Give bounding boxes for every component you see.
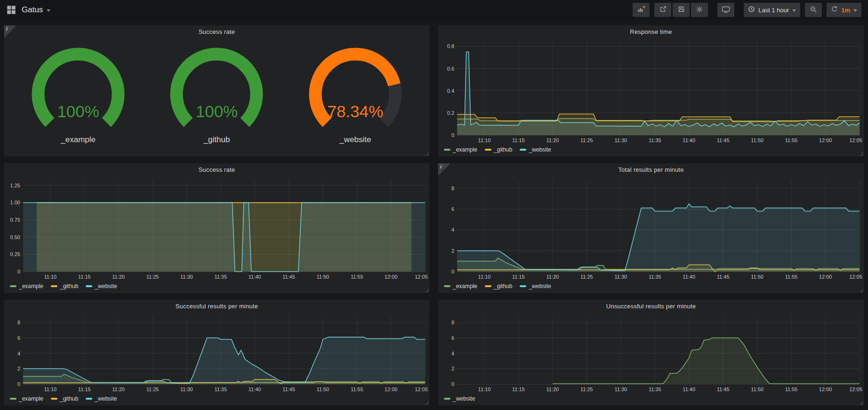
- save-button[interactable]: [673, 3, 690, 17]
- panel-resize-handle[interactable]: [425, 289, 428, 292]
- panel-title[interactable]: Response time: [438, 25, 864, 38]
- legend-item-_example[interactable]: _example: [10, 283, 43, 289]
- refresh-icon: [831, 6, 838, 14]
- svg-text:11:50: 11:50: [317, 274, 330, 280]
- legend-label: _website: [95, 395, 117, 402]
- svg-text:0: 0: [17, 381, 20, 387]
- info-corner-icon[interactable]: i: [438, 163, 450, 176]
- legend-swatch: [86, 398, 92, 400]
- gauge-value: 100%: [20, 102, 136, 121]
- legend-swatch: [520, 285, 526, 287]
- info-corner-icon[interactable]: i: [4, 25, 16, 38]
- time-series-chart[interactable]: 11:1011:1511:2011:2511:3011:3511:4011:45…: [4, 312, 429, 394]
- svg-text:0.8: 0.8: [447, 43, 454, 49]
- panel-resize-handle[interactable]: [860, 152, 863, 155]
- time-series-chart[interactable]: 11:1011:1511:2011:2511:3011:3511:4011:45…: [4, 176, 429, 281]
- legend-swatch: [444, 398, 450, 400]
- legend-item-_website[interactable]: _website: [86, 283, 117, 289]
- legend-label: _github: [60, 395, 78, 402]
- legend-item-_github[interactable]: _github: [485, 283, 512, 289]
- svg-text:4: 4: [17, 351, 20, 356]
- panel-title[interactable]: Success rate: [4, 25, 429, 38]
- gauge-_example: 100%_example: [20, 47, 136, 145]
- legend-item-_website[interactable]: _website: [520, 283, 551, 289]
- svg-text:11:30: 11:30: [614, 386, 627, 392]
- gauge-_website: 78.34%_website: [297, 47, 413, 145]
- dashboard-title: Gatus: [22, 5, 43, 15]
- dashboard-title-picker[interactable]: Gatus: [22, 5, 50, 15]
- legend-item-_example[interactable]: _example: [10, 395, 43, 402]
- panel-resize-handle[interactable]: [425, 152, 428, 155]
- time-series-chart[interactable]: 11:1011:1511:2011:2511:3011:3511:4011:45…: [438, 312, 864, 394]
- legend-item-_website[interactable]: _website: [86, 395, 117, 402]
- panel-resize-handle[interactable]: [860, 401, 863, 404]
- chart-legend: _website: [438, 394, 864, 405]
- legend-swatch: [485, 149, 491, 151]
- legend-item-_github[interactable]: _github: [51, 395, 78, 402]
- panel-total-results: i Total results per minute 11:1011:1511:…: [438, 163, 864, 293]
- svg-text:11:55: 11:55: [785, 137, 798, 143]
- legend-item-_github[interactable]: _github: [485, 146, 512, 153]
- legend-label: _website: [95, 283, 117, 289]
- svg-text:11:20: 11:20: [112, 386, 125, 392]
- panel-resize-handle[interactable]: [425, 401, 428, 404]
- svg-text:11:30: 11:30: [180, 386, 193, 392]
- time-range-button[interactable]: Last 1 hour: [744, 3, 800, 17]
- panel-resize-handle[interactable]: [860, 289, 863, 292]
- settings-button[interactable]: [691, 3, 708, 17]
- svg-text:12:00: 12:00: [819, 274, 832, 280]
- legend-item-_example[interactable]: _example: [444, 283, 477, 289]
- panel-title[interactable]: Success rate: [4, 163, 429, 176]
- svg-text:11:20: 11:20: [547, 274, 559, 280]
- time-series-chart[interactable]: 11:1011:1511:2011:2511:3011:3511:4011:45…: [438, 38, 864, 145]
- add-panel-button[interactable]: [633, 3, 650, 17]
- legend-label: _github: [60, 283, 78, 289]
- chevron-down-icon: [792, 9, 796, 12]
- legend-swatch: [10, 285, 16, 287]
- svg-text:11:35: 11:35: [649, 274, 661, 280]
- share-button[interactable]: [654, 3, 671, 17]
- svg-text:11:25: 11:25: [580, 386, 593, 392]
- monitor-icon: [722, 6, 730, 15]
- svg-text:11:55: 11:55: [351, 274, 363, 280]
- svg-text:11:55: 11:55: [785, 386, 798, 392]
- svg-text:11:45: 11:45: [282, 386, 295, 392]
- svg-text:11:50: 11:50: [751, 137, 764, 143]
- gauge-value: 78.34%: [297, 102, 413, 121]
- svg-text:0.50: 0.50: [10, 234, 20, 240]
- svg-text:11:35: 11:35: [214, 386, 227, 392]
- svg-text:0: 0: [17, 269, 20, 274]
- svg-text:11:55: 11:55: [785, 274, 798, 280]
- legend-item-_example[interactable]: _example: [444, 146, 477, 153]
- chart-legend: _example_github_website: [4, 394, 429, 405]
- svg-text:12:00: 12:00: [819, 137, 832, 143]
- legend-label: _website: [453, 395, 475, 402]
- panel-title[interactable]: Unsuccessful results per minute: [438, 300, 864, 312]
- legend-item-_github[interactable]: _github: [51, 283, 78, 289]
- svg-text:4: 4: [451, 227, 454, 233]
- zoom-out-button[interactable]: [805, 3, 822, 17]
- time-series-chart[interactable]: 11:1011:1511:2011:2511:3011:3511:4011:45…: [438, 176, 864, 281]
- svg-text:11:15: 11:15: [512, 137, 525, 143]
- refresh-button[interactable]: 1m: [827, 3, 861, 17]
- legend-item-_website[interactable]: _website: [444, 395, 475, 402]
- legend-label: _example: [19, 283, 43, 289]
- svg-text:11:40: 11:40: [249, 386, 261, 392]
- svg-text:11:10: 11:10: [44, 386, 57, 392]
- tv-mode-button[interactable]: [717, 3, 734, 17]
- legend-label: _example: [453, 146, 477, 153]
- legend-swatch: [444, 285, 450, 287]
- gauge-label: _example: [61, 135, 96, 145]
- svg-text:0.4: 0.4: [447, 88, 454, 94]
- svg-text:11:55: 11:55: [351, 386, 363, 392]
- legend-item-_website[interactable]: _website: [520, 146, 551, 153]
- svg-text:11:20: 11:20: [547, 386, 559, 392]
- svg-text:0: 0: [451, 381, 454, 387]
- time-range-label: Last 1 hour: [758, 7, 789, 14]
- apps-grid-icon[interactable]: [7, 5, 16, 15]
- panel-title[interactable]: Successful results per minute: [4, 300, 429, 312]
- panel-title[interactable]: Total results per minute: [438, 163, 864, 176]
- svg-text:0.2: 0.2: [447, 110, 454, 116]
- svg-text:11:25: 11:25: [146, 386, 159, 392]
- gauge-label: _website: [339, 135, 371, 145]
